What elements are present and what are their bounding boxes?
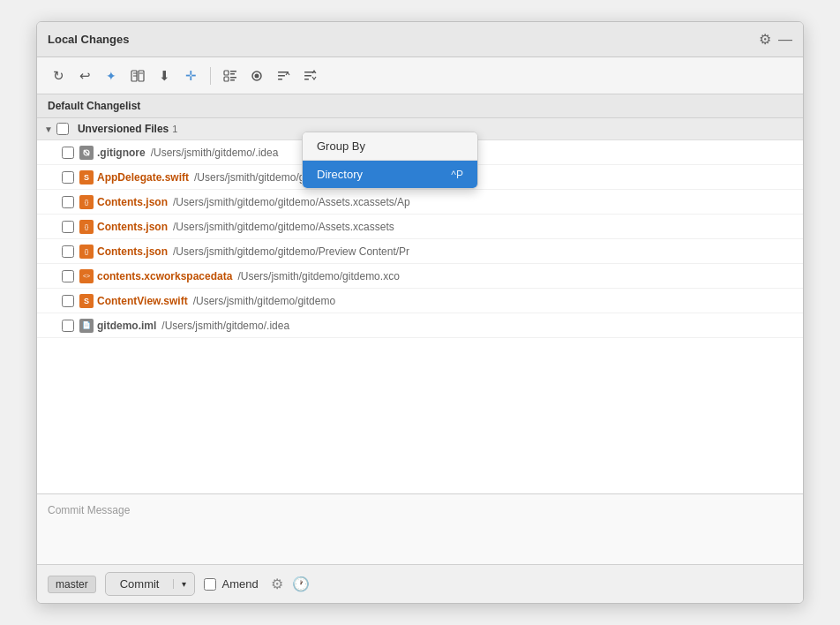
dropdown-header: Group By — [303, 132, 477, 161]
file-name: Contents.json — [97, 245, 168, 258]
commit-message-label: Commit Message — [48, 504, 130, 516]
table-row[interactable]: {} Contents.json /Users/jsmith/gitdemo/g… — [37, 190, 803, 215]
file-icon: <> — [79, 269, 94, 283]
toolbar-right-group — [218, 64, 322, 88]
file-checkbox[interactable] — [62, 171, 74, 184]
file-checkbox[interactable] — [62, 245, 74, 258]
minimize-icon[interactable]: — — [778, 32, 792, 48]
file-checkbox[interactable] — [62, 295, 74, 307]
svg-point-12 — [255, 73, 259, 78]
changelist-header-label: Default Changelist — [48, 100, 140, 112]
svg-rect-10 — [230, 79, 235, 81]
file-name: gitdemo.iml — [97, 320, 156, 332]
file-icon: {} — [79, 245, 94, 259]
sort-button-2[interactable] — [297, 64, 322, 88]
svg-rect-9 — [230, 77, 236, 79]
commit-message-area[interactable]: Commit Message — [37, 493, 803, 564]
expand-triangle: ▼ — [44, 124, 53, 134]
commit-dropdown-button[interactable]: ▾ — [173, 579, 194, 589]
unversioned-checkbox[interactable] — [56, 123, 69, 135]
commit-button-group: Commit ▾ — [105, 572, 196, 596]
sort-button-1[interactable] — [271, 64, 296, 88]
svg-rect-14 — [278, 75, 285, 77]
changelist-header: Default Changelist — [37, 94, 803, 118]
rollback-button[interactable]: ↩ — [72, 64, 97, 88]
bottom-icons: ⚙ 🕐 — [271, 576, 310, 592]
svg-rect-18 — [304, 79, 309, 80]
file-checkbox[interactable] — [62, 196, 74, 208]
add-button[interactable]: ✦ — [99, 64, 124, 88]
diff-button[interactable] — [125, 64, 150, 88]
file-checkbox[interactable] — [62, 221, 74, 233]
toolbar-left-group: ↻ ↩ ✦ ⬇ ✛ — [46, 64, 203, 88]
file-path: /Users/jsmith/gitdemo/gitdemo — [193, 295, 335, 307]
file-path: /Users/jsmith/gitdemo/gitdemo.xco — [237, 270, 399, 282]
bottom-bar: master Commit ▾ Amend ⚙ 🕐 — [37, 564, 803, 603]
file-path: /Users/jsmith/gitdemo/gitdemo/Preview Co… — [173, 245, 409, 258]
title-bar-actions: ⚙ — — [759, 31, 792, 48]
file-icon — [79, 146, 94, 160]
file-name: Contents.json — [97, 196, 168, 208]
file-name: .gitignore — [97, 147, 146, 159]
file-path: /Users/jsmith/gitdemo/.idea — [151, 147, 279, 159]
unversioned-label: Unversioned Files — [78, 123, 169, 135]
toolbar-separator — [210, 67, 211, 85]
commit-button[interactable]: Commit — [106, 573, 174, 595]
dropdown-item-label: Directory — [317, 168, 363, 181]
svg-rect-15 — [278, 79, 282, 80]
svg-rect-6 — [224, 77, 229, 81]
file-path: /Users/jsmith/gitdemo/.idea — [161, 320, 289, 332]
amend-area: Amend — [204, 577, 258, 591]
file-name: Contents.json — [97, 221, 168, 233]
toolbar: ↻ ↩ ✦ ⬇ ✛ — [37, 57, 803, 94]
content-area: Default Changelist ▼ Unversioned Files 1 — [37, 94, 803, 564]
group-by-button[interactable] — [218, 64, 243, 88]
branch-badge[interactable]: master — [48, 576, 96, 593]
refresh-button[interactable]: ↻ — [46, 64, 71, 88]
history-icon[interactable]: 🕐 — [292, 576, 310, 592]
file-checkbox[interactable] — [62, 147, 74, 159]
svg-rect-17 — [304, 75, 311, 77]
window-title: Local Changes — [48, 33, 129, 46]
group-by-dropdown: Group By Directory ^P — [302, 132, 478, 189]
file-checkbox[interactable] — [62, 270, 74, 282]
table-row[interactable]: <> contents.xcworkspacedata /Users/jsmit… — [37, 264, 803, 289]
file-name: AppDelegate.swift — [97, 171, 189, 184]
svg-rect-7 — [230, 71, 236, 72]
file-icon: 📄 — [79, 319, 94, 333]
title-bar: Local Changes ⚙ — — [37, 22, 803, 57]
table-row[interactable]: 📄 gitdemo.iml /Users/jsmith/gitdemo/.ide… — [37, 313, 803, 338]
table-row[interactable]: {} Contents.json /Users/jsmith/gitdemo/g… — [37, 215, 803, 239]
file-icon: {} — [79, 220, 94, 234]
directory-shortcut: ^P — [451, 169, 463, 181]
patch-button[interactable]: ✛ — [178, 64, 203, 88]
file-icon: {} — [79, 195, 94, 209]
svg-rect-8 — [230, 73, 235, 75]
file-path: /Users/jsmith/gitdemo/gitdemo/Assets.xca… — [173, 196, 410, 208]
file-checkbox[interactable] — [62, 320, 74, 332]
file-name: ContentView.swift — [97, 295, 188, 307]
dropdown-item-directory[interactable]: Directory ^P — [303, 161, 477, 188]
svg-rect-1 — [139, 71, 144, 81]
amend-label: Amend — [221, 577, 258, 591]
amend-checkbox[interactable] — [204, 578, 216, 591]
table-row[interactable]: S ContentView.swift /Users/jsmith/gitdem… — [37, 289, 803, 313]
settings-icon[interactable]: ⚙ — [759, 31, 771, 48]
svg-rect-5 — [224, 71, 229, 75]
file-path: /Users/jsmith/gitdemo/gitdemo/Assets.xca… — [173, 221, 394, 233]
view-options-button[interactable] — [244, 64, 269, 88]
table-row[interactable]: {} Contents.json /Users/jsmith/gitdemo/g… — [37, 239, 803, 264]
main-window: Local Changes ⚙ — ↻ ↩ ✦ ⬇ ✛ — [36, 21, 804, 604]
file-icon: S — [79, 170, 94, 184]
shelve-button[interactable]: ⬇ — [152, 64, 176, 88]
file-name: contents.xcworkspacedata — [97, 270, 232, 282]
file-icon: S — [79, 294, 94, 308]
unversioned-count: 1 — [172, 124, 177, 134]
settings-icon[interactable]: ⚙ — [271, 576, 283, 592]
